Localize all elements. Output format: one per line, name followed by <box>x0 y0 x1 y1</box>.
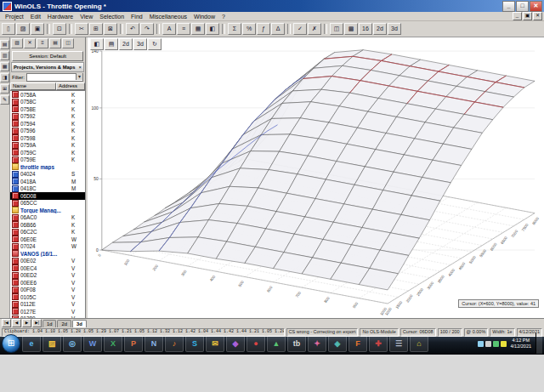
view-3d-button[interactable]: 3d <box>388 23 401 35</box>
list-view-icon[interactable]: ≡ <box>177 23 190 35</box>
hex-icon[interactable]: ⊞ <box>0 84 9 94</box>
menu-window[interactable]: Window <box>190 14 218 20</box>
menu-edit[interactable]: Edit <box>27 14 44 20</box>
app-teal-icon[interactable]: ◈ <box>328 335 347 352</box>
window-icon[interactable]: ◫ <box>330 23 343 35</box>
column-header-name[interactable]: Name <box>10 82 56 90</box>
grid-mode-icon[interactable]: ▤ <box>105 38 118 50</box>
tab-1d[interactable]: 1d <box>42 320 56 327</box>
tree-item[interactable]: 00ED2V <box>10 272 85 280</box>
browser-icon[interactable]: e <box>22 335 41 352</box>
firefox-icon[interactable]: F <box>348 335 367 352</box>
tree-item[interactable]: 065CC <box>10 200 85 207</box>
open-icon[interactable]: ▨ <box>16 23 30 35</box>
media-icon[interactable]: ◎ <box>63 335 82 352</box>
surface-mode-icon[interactable]: ◧ <box>90 38 104 50</box>
delta-icon[interactable]: Δ <box>271 23 285 35</box>
tree-item[interactable]: 07592K <box>10 113 85 121</box>
tree-folder[interactable]: VANOS (16/1... <box>10 250 85 258</box>
tree-item[interactable]: 0127EV <box>10 308 85 315</box>
tree-item[interactable]: 06C2CK <box>10 229 85 236</box>
maps-icon[interactable]: ▦ <box>0 62 9 71</box>
tree-item[interactable]: 06E0EW <box>10 236 85 243</box>
tree-item[interactable]: 0759EK <box>10 156 85 164</box>
cut-icon[interactable]: ✂ <box>75 23 88 35</box>
app-pink-icon[interactable]: ✦ <box>308 335 326 352</box>
close-project-icon[interactable]: ✕ <box>24 38 36 48</box>
tree-item[interactable]: 00F08V <box>10 287 85 294</box>
tree-item[interactable]: 06D08 <box>10 192 85 200</box>
maximize-button[interactable]: □ <box>516 1 529 12</box>
tree-item[interactable]: 0105CV <box>10 293 85 301</box>
view-2d-button[interactable]: 2d <box>373 23 387 35</box>
skype-icon[interactable]: S <box>185 335 204 352</box>
version-icon[interactable]: ▥ <box>0 51 9 60</box>
panel-close-icon[interactable]: × <box>79 65 82 70</box>
tree-item[interactable]: 0112EV <box>10 301 85 309</box>
word-icon[interactable]: W <box>83 335 102 352</box>
print-icon[interactable]: ⊡ <box>53 23 66 35</box>
paste-icon[interactable]: ⊠ <box>104 23 117 35</box>
taskbar-clock[interactable]: 4:12 PM 4/12/2021 <box>508 338 534 349</box>
tree-item[interactable]: 04024S <box>10 171 85 179</box>
network-tray-icon[interactable] <box>478 341 484 347</box>
menu-project[interactable]: Project <box>2 14 27 20</box>
sum-icon[interactable]: Σ <box>228 23 241 35</box>
surface-plot[interactable]: 0501001400100200300400500600700800900100… <box>88 37 544 318</box>
tree-folder[interactable]: throttle maps <box>10 163 85 171</box>
tree-item[interactable]: 0758EK <box>10 105 85 113</box>
mdi-close-button[interactable]: ✕ <box>533 12 542 20</box>
save-icon[interactable]: ▣ <box>31 23 44 35</box>
menu-miscellaneous[interactable]: Miscellaneous <box>146 14 190 20</box>
open-project-icon[interactable]: ▨ <box>11 38 23 48</box>
windows-icon[interactable]: ◫ <box>62 38 74 48</box>
mdi-minimize-button[interactable]: _ <box>513 12 522 20</box>
update-tray-icon[interactable] <box>493 341 499 347</box>
project-icon[interactable]: ▤ <box>0 40 9 49</box>
tree-item[interactable]: 07594K <box>10 120 85 128</box>
undo-icon[interactable]: ↶ <box>126 23 139 35</box>
copy-icon[interactable]: ⊞ <box>89 23 103 35</box>
close-button[interactable]: ✕ <box>530 1 542 12</box>
tab-nav-button-3[interactable]: ▶| <box>32 319 42 327</box>
menu-view[interactable]: View <box>76 14 96 20</box>
tree-item[interactable]: 0758AK <box>10 91 85 99</box>
mode-3d-button[interactable]: 3d <box>133 38 147 50</box>
apply-icon[interactable]: ✓ <box>293 23 307 35</box>
map-3d-icon[interactable]: ◧ <box>206 23 219 35</box>
edit-icon[interactable]: ✎ <box>0 95 9 105</box>
tab-nav-button-1[interactable]: ◀ <box>12 319 21 327</box>
app-red-icon[interactable]: ● <box>246 335 265 352</box>
sort-icon[interactable]: ▤ <box>49 38 61 48</box>
tree-item[interactable]: 0759CK <box>10 149 85 156</box>
music-icon[interactable]: ♪ <box>165 335 184 352</box>
filter-dropdown[interactable]: ▾ <box>26 73 83 82</box>
warning-tray-icon[interactable] <box>501 341 507 347</box>
medical-icon[interactable]: ✚ <box>369 335 388 352</box>
notes-icon[interactable]: N <box>144 335 163 352</box>
app-green-icon[interactable]: ▲ <box>267 335 286 352</box>
tree-item[interactable]: 07024W <box>10 243 85 251</box>
tree-item[interactable]: 0759AK <box>10 142 85 150</box>
tab-nav-button-2[interactable]: ▶ <box>22 319 31 327</box>
start-button[interactable]: ⊞ <box>2 334 20 353</box>
mail-icon[interactable]: ✉ <box>206 335 224 352</box>
powerpoint-icon[interactable]: P <box>124 335 143 352</box>
redo-icon[interactable]: ↷ <box>140 23 154 35</box>
excel-icon[interactable]: X <box>104 335 122 352</box>
explorer-icon[interactable]: ▨ <box>42 335 61 352</box>
mdi-restore-button[interactable]: ▣ <box>523 12 532 20</box>
column-header-address[interactable]: Address <box>56 82 85 90</box>
width-16-button[interactable]: 16 <box>359 23 372 35</box>
mode-2d-button[interactable]: 2d <box>119 38 133 50</box>
session-button[interactable]: Session: Default <box>12 51 83 61</box>
tab-nav-button-0[interactable]: |◀ <box>2 319 11 327</box>
tunerpro-icon[interactable]: tb <box>287 335 306 352</box>
tab-2d[interactable]: 2d <box>57 320 71 327</box>
tree-item[interactable]: 00E02V <box>10 258 85 265</box>
map-2d-icon[interactable]: ▦ <box>191 23 205 35</box>
grid-icon[interactable]: ▩ <box>344 23 358 35</box>
tab-3d[interactable]: 3d <box>72 320 87 327</box>
function-icon[interactable]: ƒ <box>257 23 270 35</box>
tree-item[interactable]: 0418CM <box>10 185 85 193</box>
